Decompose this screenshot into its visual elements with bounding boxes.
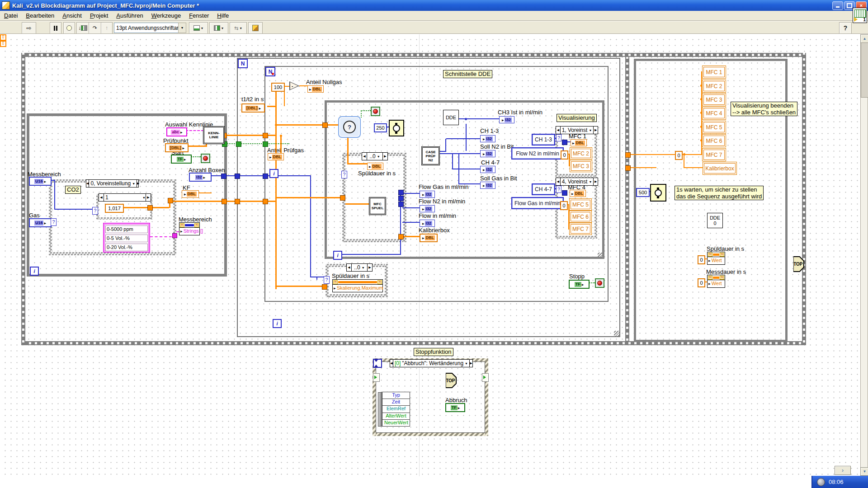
anzahl-boxen-control[interactable]: I32▶ xyxy=(189,173,212,182)
value-1017-constant[interactable]: 1,017 xyxy=(105,204,124,213)
flow-n2-string[interactable]: Flow N2 in ml/min xyxy=(511,147,564,160)
kennlinie-subvi[interactable]: KENN-LINIE xyxy=(204,127,224,143)
pruefpunkt-control[interactable]: [DBL]▶ xyxy=(165,143,189,152)
distribute-objects-button[interactable]: ▼ xyxy=(209,22,228,34)
minimize-button[interactable] xyxy=(832,1,843,10)
v1-case-selector[interactable]: ◀ 1, Voreinst▼ ▶ xyxy=(556,126,598,134)
case0-selector[interactable]: ◀ 0, Voreinstellung▼ ▶ xyxy=(86,179,139,188)
font-selector[interactable]: 13pt Anwendungsschriftart xyxy=(114,23,183,33)
step-into-button[interactable]: ↓ xyxy=(76,22,89,34)
zero-constant[interactable]: 0 xyxy=(675,151,683,160)
start-control[interactable]: TF▶ xyxy=(171,155,192,164)
ch13-string[interactable]: CH 1-3 xyxy=(532,134,555,145)
mfc5-box[interactable]: MFC 5 xyxy=(571,200,590,209)
constant-500[interactable]: 500 xyxy=(636,188,650,197)
mfc3-ref-box[interactable]: MFC 3 xyxy=(703,94,725,105)
wait-ms-function[interactable] xyxy=(650,184,666,202)
context-help-button[interactable]: ? xyxy=(839,22,852,34)
scroll-down-button[interactable]: ▼ xyxy=(860,467,868,476)
v4-zero-constant[interactable]: 0 xyxy=(560,201,568,210)
step-over-button[interactable]: ↷ xyxy=(89,22,101,34)
v1-zero-constant[interactable]: 0 xyxy=(561,150,568,160)
cleanup-diagram-button[interactable] xyxy=(248,22,263,34)
soll-gas-indicator[interactable]: ▶I32 xyxy=(480,182,495,189)
string-array-constant[interactable]: 0-5000 ppm 0-5 Vol.-% 0-20 Vol.-% xyxy=(103,223,150,253)
event-field-alterwert[interactable]: AlterWert xyxy=(382,413,410,420)
mfc1-ref-box[interactable]: MFC 1 xyxy=(703,67,725,77)
event-field-zeit[interactable]: Zeit xyxy=(382,399,410,406)
event-field-elemref[interactable]: ElemRef xyxy=(382,405,410,413)
dde-node[interactable]: DDE xyxy=(443,110,459,125)
vi-icon[interactable]: 1 xyxy=(853,8,867,23)
menu-fenster[interactable]: Fenster xyxy=(185,11,213,20)
elapsed-time-express-vi[interactable]: ? xyxy=(338,116,361,138)
scroll-up-button[interactable]: ▲ xyxy=(860,34,868,43)
zero-constant[interactable]: 0 xyxy=(698,255,705,264)
resize-objects-button[interactable]: ⇆▼ xyxy=(230,22,247,34)
wait-ms-function[interactable] xyxy=(389,120,404,136)
auswahl-kennlinie-control[interactable]: abc▶ xyxy=(166,127,187,136)
flow-n2-indicator[interactable]: ▶I32 xyxy=(420,205,435,212)
mfc4-indicator[interactable]: ▶DBL xyxy=(570,190,586,197)
mfc2-box[interactable]: MFC 2 xyxy=(571,149,591,158)
ch13-indicator[interactable]: ▶I32 xyxy=(480,135,495,142)
flow-gas-string[interactable]: Flow Gas in ml/min xyxy=(511,197,564,209)
mfc5-ref-box[interactable]: MFC 5 xyxy=(703,122,725,132)
mfc7-ref-box[interactable]: MFC 7 xyxy=(703,150,725,160)
spueldauer-indicator[interactable]: ▶DBL xyxy=(367,163,383,170)
t1t2-control[interactable]: [DBL]▶ xyxy=(241,103,265,113)
menu-projekt[interactable]: Projekt xyxy=(86,11,112,20)
mfc7-box[interactable]: MFC 7 xyxy=(571,224,590,234)
ch47-indicator[interactable]: ▶I32 xyxy=(480,166,495,173)
event-field-neuerwert[interactable]: NeuerWert xyxy=(382,419,410,427)
mfc1-indicator[interactable]: ▶DBL xyxy=(571,139,587,146)
scroll-right-button[interactable]: › xyxy=(835,466,851,475)
stopp-control[interactable]: TF▶ xyxy=(569,280,590,289)
mfc-spuel-subvi[interactable]: MFCSPUEL xyxy=(370,198,385,214)
spuel-case-selector[interactable]: ◀ ..0▼ ▶ xyxy=(362,152,388,160)
anteil-pruefgas-indicator[interactable]: ▶DBL xyxy=(268,153,284,160)
align-objects-button[interactable]: ▼ xyxy=(189,22,208,34)
menu-datei[interactable]: Datei xyxy=(0,11,22,20)
menu-ansicht[interactable]: Ansicht xyxy=(58,11,86,20)
mfc2-ref-box[interactable]: MFC 2 xyxy=(703,81,725,91)
constant-100[interactable]: 100 xyxy=(271,83,285,92)
pause-button[interactable] xyxy=(50,22,61,34)
step-out-button[interactable]: ↑ xyxy=(101,22,113,34)
ch47-string[interactable]: CH 4-7 xyxy=(532,183,555,195)
v4-case-selector[interactable]: ◀ 4, Voreinst▼ ▶ xyxy=(556,178,598,186)
volume-icon[interactable] xyxy=(817,478,825,486)
spueldauer-wert-node[interactable]: ?!?! ▶Wert xyxy=(707,252,725,265)
kalibrierbox-ref-box[interactable]: Kalibrierbox xyxy=(704,163,736,174)
soll-n2-indicator[interactable]: ▶I32 xyxy=(480,150,495,157)
block-diagram[interactable]: i Messbereich U16▶ Gas U16▶ ? Auswahl Ke… xyxy=(0,34,860,476)
messdauer-wert-node[interactable]: ?!?! ▶Wert xyxy=(707,275,725,288)
event-field-typ[interactable]: Typ xyxy=(382,392,410,399)
string-item[interactable]: 0-20 Vol.-% xyxy=(105,244,148,251)
ch3-ist-indicator[interactable]: ▶I32 xyxy=(499,116,514,123)
anteil-nullgas-indicator[interactable]: ▶DBL xyxy=(307,85,324,93)
mfc4-ref-box[interactable]: MFC 4 xyxy=(703,108,725,118)
abbruch-terminal[interactable]: TF▶ xyxy=(445,403,465,412)
menu-werkzeuge[interactable]: Werkzeuge xyxy=(147,11,185,20)
constant-250[interactable]: 250 xyxy=(374,123,387,132)
run-button[interactable]: ⇨ xyxy=(22,22,36,34)
case-pruef-n2-subvi[interactable]: CASEPRÜFN2 xyxy=(422,147,439,164)
font-selector-drop[interactable]: ▼ xyxy=(178,23,186,33)
case-next-icon[interactable]: ▶ xyxy=(137,180,139,187)
mfc6-box[interactable]: MFC 6 xyxy=(571,212,590,221)
skal-case-selector[interactable]: ◀ ..0▼ ▶ xyxy=(346,263,373,272)
messbereich-control[interactable]: U16▶ xyxy=(29,177,52,186)
menu-hilfe[interactable]: Hilfe xyxy=(213,11,233,20)
event-data-node[interactable]: Typ Zeit ElemRef AlterWert NeuerWert xyxy=(378,392,410,427)
zero-constant[interactable]: 0 xyxy=(698,278,705,287)
vertical-scrollbar-thumb[interactable] xyxy=(861,42,868,98)
vertical-scrollbar[interactable] xyxy=(860,34,868,475)
dde-0-node[interactable]: DDE0 xyxy=(707,213,723,228)
string-item[interactable]: 0-5000 ppm xyxy=(105,225,148,233)
event-case-selector[interactable]: ◀ [0]"Abbruch": Wertänderung▼ ▶ xyxy=(390,359,473,367)
flow-indicator[interactable]: ▶I32 xyxy=(420,220,435,227)
menu-ausfuehren[interactable]: Ausführen xyxy=(112,11,147,20)
skalierung-property-node[interactable]: ?!?! ▶Skalierung.Maximum xyxy=(332,279,383,292)
kalibrierbox-indicator[interactable]: ▶DBL xyxy=(420,234,438,242)
